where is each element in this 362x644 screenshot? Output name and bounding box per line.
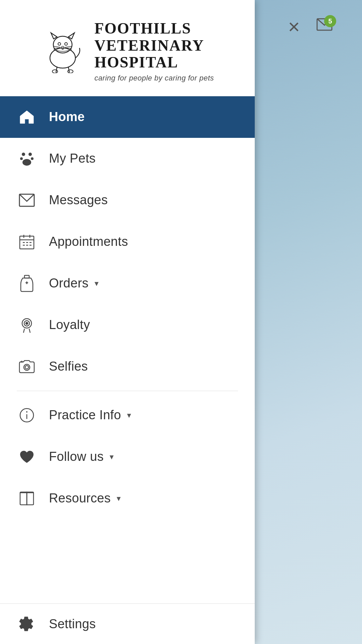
settings-bar[interactable]: Settings (0, 603, 255, 644)
nav-item-messages[interactable]: Messages (0, 179, 255, 221)
nav-divider (17, 391, 238, 391)
resources-chevron: ▾ (117, 494, 121, 503)
practice-info-label: Practice Info ▾ (49, 408, 131, 422)
svg-line-38 (29, 329, 30, 333)
nav-item-orders[interactable]: Orders ▾ (0, 263, 255, 304)
logo-area: FOOTHILLS VETERINARY HOSPITAL caring for… (0, 0, 255, 96)
heart-icon (17, 447, 37, 467)
nav-item-home[interactable]: Home (0, 96, 255, 138)
home-label: Home (49, 110, 85, 124)
svg-line-37 (23, 329, 24, 333)
svg-point-18 (31, 157, 34, 160)
orders-chevron: ▾ (95, 279, 99, 288)
nav-item-loyalty[interactable]: Loyalty (0, 304, 255, 346)
gear-icon (17, 614, 37, 634)
follow-us-label: Follow us ▾ (49, 449, 114, 464)
settings-label: Settings (49, 617, 96, 631)
home-icon (17, 107, 37, 127)
message-button[interactable]: 5 (313, 15, 336, 39)
envelope-icon (17, 190, 37, 210)
svg-point-16 (28, 153, 32, 156)
svg-marker-3 (68, 33, 74, 39)
svg-point-19 (22, 159, 31, 166)
svg-point-14 (68, 70, 73, 73)
svg-point-4 (58, 43, 61, 45)
svg-point-40 (25, 366, 28, 369)
logo-animal-icon (41, 30, 84, 73)
svg-line-10 (65, 48, 72, 48)
my-pets-label: My Pets (49, 151, 96, 166)
appointments-label: Appointments (49, 234, 128, 249)
info-icon (17, 405, 37, 425)
svg-point-39 (24, 364, 30, 370)
selfies-label: Selfies (49, 359, 88, 374)
svg-line-9 (65, 46, 72, 47)
svg-marker-2 (51, 33, 57, 39)
svg-point-0 (50, 48, 75, 68)
svg-line-7 (54, 46, 60, 47)
logo-title: FOOTHILLS VETERINARY HOSPITAL (95, 20, 214, 71)
svg-point-13 (52, 70, 58, 73)
svg-point-15 (22, 153, 25, 156)
nav-item-resources[interactable]: Resources ▾ (0, 478, 255, 519)
svg-point-43 (26, 411, 27, 413)
paw-icon (17, 149, 37, 169)
svg-point-36 (26, 322, 28, 324)
svg-point-5 (65, 43, 67, 45)
loyalty-label: Loyalty (49, 318, 90, 332)
follow-us-chevron: ▾ (110, 452, 114, 462)
navigation-drawer: FOOTHILLS VETERINARY HOSPITAL caring for… (0, 0, 255, 644)
nav-item-my-pets[interactable]: My Pets (0, 138, 255, 179)
message-badge: 5 (324, 15, 336, 27)
logo-text: FOOTHILLS VETERINARY HOSPITAL caring for… (95, 20, 214, 83)
svg-point-17 (20, 157, 23, 160)
orders-label: Orders ▾ (49, 276, 99, 290)
nav-item-selfies[interactable]: Selfies (0, 346, 255, 387)
practice-info-chevron: ▾ (127, 411, 131, 420)
svg-line-8 (54, 48, 60, 48)
messages-label: Messages (49, 193, 108, 207)
camera-icon (17, 357, 37, 377)
close-area: × 5 (255, 0, 362, 644)
bottle-icon (17, 273, 37, 293)
resources-label: Resources ▾ (49, 491, 121, 505)
close-button[interactable]: × (281, 13, 307, 40)
logo-content: FOOTHILLS VETERINARY HOSPITAL caring for… (41, 20, 214, 83)
calendar-icon (17, 232, 37, 252)
logo-subtitle: caring for people by caring for pets (95, 74, 214, 83)
nav-item-practice-info[interactable]: Practice Info ▾ (0, 394, 255, 436)
nav-item-follow-us[interactable]: Follow us ▾ (0, 436, 255, 478)
book-icon (17, 488, 37, 508)
nav-item-appointments[interactable]: Appointments (0, 221, 255, 263)
nav-list: Home My Pets Me (0, 96, 255, 603)
loyalty-icon (17, 315, 37, 335)
close-button-row: × 5 (277, 7, 340, 47)
